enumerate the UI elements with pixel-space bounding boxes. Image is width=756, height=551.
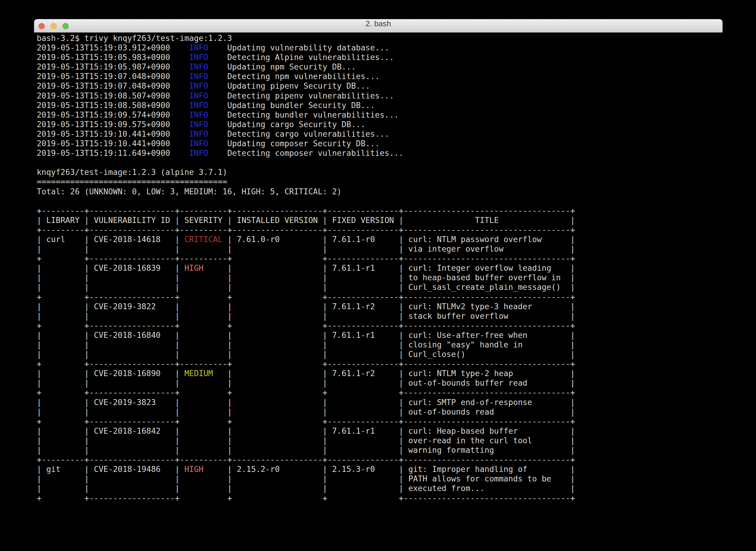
window-title: 2. bash [34,19,723,32]
terminal-text: | | | | | | Curl_close() | [37,350,575,359]
terminal-text: | git | CVE-2018-19486 | [37,464,180,474]
terminal-text: Detecting composer vulnerabilities... [208,148,403,158]
terminal-text: + +------------------+----------+ +-----… [37,359,575,368]
terminal-line: 2019-05-13T15:19:10.441+0900 INFO Detect… [37,129,723,139]
terminal-text: | curl | CVE-2018-14618 | [37,234,180,244]
severity-critical: CRITICAL [180,234,228,244]
terminal-window: 2. bash bash-3.2$ trivy knqyf263/test-im… [34,19,723,530]
severity-high: HIGH [180,263,228,272]
terminal-text: | 2.15.2-r0 | 2.15.3-r0 | git: Improper … [227,464,575,474]
terminal-line: | | | | | | closing "easy" handle in | [37,340,723,350]
log-level-info: INFO [189,53,209,62]
terminal-line: + +------------------+ + +--------------… [37,321,723,331]
terminal-line: Total: 26 (UNKNOWN: 0, LOW: 3, MEDIUM: 1… [37,187,723,196]
desktop: { "window": { "title": "2. bash", "traff… [0,0,756,551]
terminal-text: Detecting cargo vulnerabilities... [208,129,389,138]
terminal-text: | | CVE-2019-3822 | | | 7.61.1-r2 | curl… [37,302,575,311]
terminal-line: | | CVE-2019-3823 | | | | curl: SMTP end… [37,398,723,407]
log-level-info: INFO [189,129,209,138]
terminal-line [37,196,723,206]
terminal-line: 2019-05-13T15:19:09.575+0900 INFO Updati… [37,120,723,129]
terminal-text: Detecting npm vulnerabilities... [208,72,379,81]
terminal-line: + +------------------+ + + +------------… [37,493,723,503]
terminal-text: 2019-05-13T15:19:05.987+0900 [37,62,189,71]
terminal-line: | | CVE-2018-16840 | | | 7.61.1-r1 | cur… [37,331,723,340]
terminal-line: +---------+------------------+----------… [37,225,723,234]
terminal-text: + +------------------+ + + +------------… [37,388,575,397]
terminal-line: 2019-05-13T15:19:08.508+0900 INFO Updati… [37,101,723,110]
log-level-info: INFO [189,91,209,100]
terminal-text: | | CVE-2018-16839 | [37,263,180,272]
terminal-text: 2019-05-13T15:19:10.441+0900 [37,139,189,148]
terminal-line: +---------+------------------+----------… [37,206,723,215]
terminal-screen[interactable]: bash-3.2$ trivy knqyf263/test-image:1.2.… [37,33,723,530]
terminal-line: | | | | | | Curl_sasl_create_plain_messa… [37,283,723,292]
terminal-text: 2019-05-13T15:19:11.649+0900 [37,148,189,158]
terminal-line: 2019-05-13T15:19:05.983+0900 INFO Detect… [37,53,723,62]
terminal-text: 2019-05-13T15:19:09.574+0900 [37,110,189,119]
log-level-info: INFO [189,148,209,158]
log-level-info: INFO [189,139,209,148]
terminal-text: | | 7.61.1-r2 | curl: NTLM type-2 heap | [227,369,575,378]
terminal-text: 2019-05-13T15:19:07.048+0900 [37,81,189,90]
terminal-text: Updating vulnerability database... [208,43,389,52]
terminal-text: Detecting Alpine vulnerabilities... [208,53,394,62]
terminal-line: | | | | | | over-read in the curl tool | [37,436,723,445]
terminal-text: + +------------------+ + +--------------… [37,321,575,330]
terminal-text: | | CVE-2018-16840 | | | 7.61.1-r1 | cur… [37,331,575,340]
log-level-info: INFO [189,62,209,71]
terminal-text: 2019-05-13T15:19:08.507+0900 [37,91,189,100]
terminal-text: Detecting bundler vulnerabilities... [208,110,399,119]
terminal-line: 2019-05-13T15:19:08.507+0900 INFO Detect… [37,91,723,101]
terminal-text: 2019-05-13T15:19:08.508+0900 [37,101,189,110]
terminal-text: | | | | | | over-read in the curl tool | [37,436,575,445]
terminal-line [37,158,723,167]
log-level-info: INFO [189,101,209,110]
terminal-text: Updating pipenv Security DB... [208,81,370,90]
window-titlebar[interactable]: 2. bash [34,19,723,33]
terminal-text: | | CVE-2018-16890 | [37,369,180,378]
terminal-line: | git | CVE-2018-19486 | HIGH | 2.15.2-r… [37,464,723,474]
terminal-line: | | | | | | executed from... | [37,484,723,493]
log-level-info: INFO [189,81,209,90]
terminal-text: knqyf263/test-image:1.2.3 (alpine 3.7.1) [37,167,227,177]
terminal-line: + +------------------+ + +--------------… [37,292,723,302]
terminal-text: + +------------------+----------+ +-----… [37,254,575,263]
terminal-text: 2019-05-13T15:19:03.912+0900 [37,43,189,52]
terminal-line: 2019-05-13T15:19:07.048+0900 INFO Updati… [37,81,723,91]
terminal-line: 2019-05-13T15:19:11.649+0900 INFO Detect… [37,148,723,158]
terminal-line: | | | | | | out-of-bounds read | [37,407,723,417]
terminal-line: | | CVE-2018-16890 | MEDIUM | | 7.61.1-r… [37,369,723,378]
log-level-info: INFO [189,120,209,129]
terminal-line: 2019-05-13T15:19:03.912+0900 INFO Updati… [37,43,723,53]
terminal-text: | | | | | | closing "easy" handle in | [37,340,575,349]
terminal-text: 2019-05-13T15:19:09.575+0900 [37,120,189,129]
terminal-text: Total: 26 (UNKNOWN: 0, LOW: 3, MEDIUM: 1… [37,187,342,196]
terminal-line: | | CVE-2018-16839 | HIGH | | 7.61.1-r1 … [37,263,723,273]
terminal-text: +---------+------------------+----------… [37,206,575,215]
terminal-line: +---------+------------------+----------… [37,455,723,464]
terminal-line: 2019-05-13T15:19:09.574+0900 INFO Detect… [37,110,723,120]
terminal-text: + +------------------+ + +--------------… [37,292,575,302]
log-level-info: INFO [189,43,209,52]
terminal-text: | | | | | | stack buffer overflow | [37,311,575,321]
terminal-text [37,196,41,206]
severity-high: HIGH [180,464,228,474]
terminal-line: | | | | | | to heap-based buffer overflo… [37,273,723,283]
log-level-info: INFO [189,110,209,119]
terminal-line: | | | | | | out-of-bounds buffer read | [37,378,723,388]
terminal-text: 2019-05-13T15:19:07.048+0900 [37,72,189,81]
terminal-text [37,158,41,167]
terminal-line: + +------------------+ + + +------------… [37,388,723,397]
terminal-text: +---------+------------------+----------… [37,225,575,234]
terminal-text: Updating bundler Security DB... [208,101,375,110]
terminal-text: | | | | | | out-of-bounds buffer read | [37,378,575,388]
terminal-text: + +------------------+ + + +------------… [37,493,575,503]
log-level-info: INFO [189,72,209,81]
terminal-text: | LIBRARY | VULNERABILITY ID | SEVERITY … [37,215,575,225]
terminal-text: Updating npm Security DB... [208,62,356,71]
terminal-line: 2019-05-13T15:19:05.987+0900 INFO Updati… [37,62,723,72]
terminal-text: | | | | | | to heap-based buffer overflo… [37,273,575,282]
terminal-text: | | | | | | warning formatting | [37,445,575,455]
terminal-line: | | | | | | stack buffer overflow | [37,311,723,321]
